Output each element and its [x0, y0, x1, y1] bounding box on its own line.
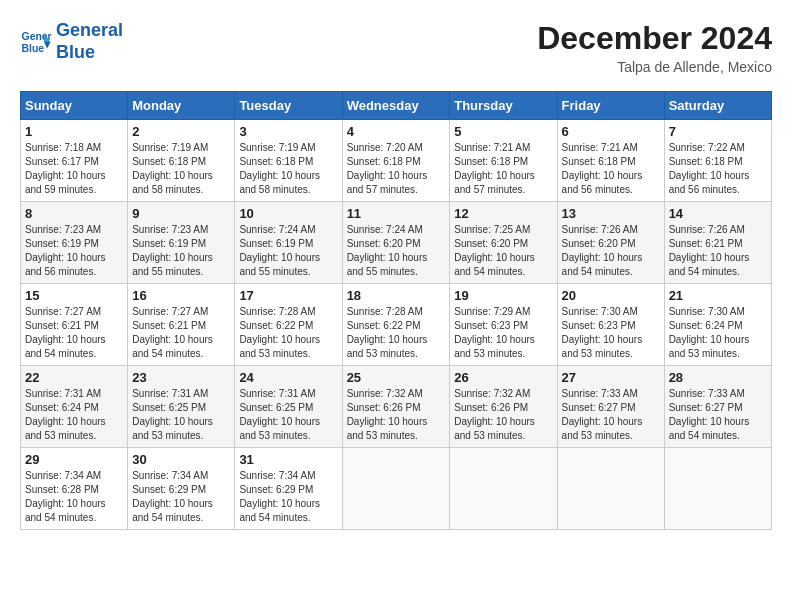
- day-number: 6: [562, 124, 660, 139]
- day-info: Sunrise: 7:30 AM Sunset: 6:23 PM Dayligh…: [562, 305, 660, 361]
- day-info: Sunrise: 7:26 AM Sunset: 6:20 PM Dayligh…: [562, 223, 660, 279]
- day-info: Sunrise: 7:19 AM Sunset: 6:18 PM Dayligh…: [239, 141, 337, 197]
- day-number: 31: [239, 452, 337, 467]
- calendar-cell: 17 Sunrise: 7:28 AM Sunset: 6:22 PM Dayl…: [235, 284, 342, 366]
- location: Talpa de Allende, Mexico: [537, 59, 772, 75]
- day-number: 20: [562, 288, 660, 303]
- day-number: 3: [239, 124, 337, 139]
- day-number: 18: [347, 288, 446, 303]
- day-info: Sunrise: 7:28 AM Sunset: 6:22 PM Dayligh…: [239, 305, 337, 361]
- page-header: General Blue General Blue December 2024 …: [20, 20, 772, 75]
- day-info: Sunrise: 7:20 AM Sunset: 6:18 PM Dayligh…: [347, 141, 446, 197]
- weekday-header: Wednesday: [342, 92, 450, 120]
- day-info: Sunrise: 7:34 AM Sunset: 6:29 PM Dayligh…: [132, 469, 230, 525]
- day-number: 8: [25, 206, 123, 221]
- weekday-header: Friday: [557, 92, 664, 120]
- calendar-cell: 23 Sunrise: 7:31 AM Sunset: 6:25 PM Dayl…: [128, 366, 235, 448]
- calendar-cell: 29 Sunrise: 7:34 AM Sunset: 6:28 PM Dayl…: [21, 448, 128, 530]
- calendar-cell: 26 Sunrise: 7:32 AM Sunset: 6:26 PM Dayl…: [450, 366, 557, 448]
- day-info: Sunrise: 7:33 AM Sunset: 6:27 PM Dayligh…: [669, 387, 767, 443]
- calendar-cell: 16 Sunrise: 7:27 AM Sunset: 6:21 PM Dayl…: [128, 284, 235, 366]
- day-number: 5: [454, 124, 552, 139]
- calendar-cell: 25 Sunrise: 7:32 AM Sunset: 6:26 PM Dayl…: [342, 366, 450, 448]
- logo-icon: General Blue: [20, 26, 52, 58]
- day-number: 10: [239, 206, 337, 221]
- calendar-cell: 11 Sunrise: 7:24 AM Sunset: 6:20 PM Dayl…: [342, 202, 450, 284]
- svg-marker-3: [44, 42, 50, 48]
- calendar-cell: 10 Sunrise: 7:24 AM Sunset: 6:19 PM Dayl…: [235, 202, 342, 284]
- calendar-week-row: 15 Sunrise: 7:27 AM Sunset: 6:21 PM Dayl…: [21, 284, 772, 366]
- calendar-cell: 15 Sunrise: 7:27 AM Sunset: 6:21 PM Dayl…: [21, 284, 128, 366]
- day-number: 16: [132, 288, 230, 303]
- day-info: Sunrise: 7:29 AM Sunset: 6:23 PM Dayligh…: [454, 305, 552, 361]
- day-info: Sunrise: 7:24 AM Sunset: 6:19 PM Dayligh…: [239, 223, 337, 279]
- day-number: 11: [347, 206, 446, 221]
- day-number: 29: [25, 452, 123, 467]
- day-info: Sunrise: 7:28 AM Sunset: 6:22 PM Dayligh…: [347, 305, 446, 361]
- day-number: 4: [347, 124, 446, 139]
- day-info: Sunrise: 7:27 AM Sunset: 6:21 PM Dayligh…: [25, 305, 123, 361]
- calendar-cell: [342, 448, 450, 530]
- calendar-cell: 12 Sunrise: 7:25 AM Sunset: 6:20 PM Dayl…: [450, 202, 557, 284]
- calendar-table: SundayMondayTuesdayWednesdayThursdayFrid…: [20, 91, 772, 530]
- weekday-header-row: SundayMondayTuesdayWednesdayThursdayFrid…: [21, 92, 772, 120]
- calendar-cell: 20 Sunrise: 7:30 AM Sunset: 6:23 PM Dayl…: [557, 284, 664, 366]
- day-info: Sunrise: 7:34 AM Sunset: 6:28 PM Dayligh…: [25, 469, 123, 525]
- calendar-cell: 8 Sunrise: 7:23 AM Sunset: 6:19 PM Dayli…: [21, 202, 128, 284]
- day-number: 13: [562, 206, 660, 221]
- calendar-cell: [557, 448, 664, 530]
- day-info: Sunrise: 7:21 AM Sunset: 6:18 PM Dayligh…: [562, 141, 660, 197]
- calendar-cell: 4 Sunrise: 7:20 AM Sunset: 6:18 PM Dayli…: [342, 120, 450, 202]
- day-number: 1: [25, 124, 123, 139]
- day-number: 27: [562, 370, 660, 385]
- day-info: Sunrise: 7:23 AM Sunset: 6:19 PM Dayligh…: [132, 223, 230, 279]
- calendar-cell: 19 Sunrise: 7:29 AM Sunset: 6:23 PM Dayl…: [450, 284, 557, 366]
- title-block: December 2024 Talpa de Allende, Mexico: [537, 20, 772, 75]
- day-info: Sunrise: 7:26 AM Sunset: 6:21 PM Dayligh…: [669, 223, 767, 279]
- day-info: Sunrise: 7:30 AM Sunset: 6:24 PM Dayligh…: [669, 305, 767, 361]
- day-info: Sunrise: 7:32 AM Sunset: 6:26 PM Dayligh…: [454, 387, 552, 443]
- logo: General Blue General Blue: [20, 20, 123, 63]
- month-title: December 2024: [537, 20, 772, 57]
- day-number: 14: [669, 206, 767, 221]
- day-info: Sunrise: 7:32 AM Sunset: 6:26 PM Dayligh…: [347, 387, 446, 443]
- day-number: 9: [132, 206, 230, 221]
- calendar-cell: 22 Sunrise: 7:31 AM Sunset: 6:24 PM Dayl…: [21, 366, 128, 448]
- weekday-header: Saturday: [664, 92, 771, 120]
- calendar-week-row: 8 Sunrise: 7:23 AM Sunset: 6:19 PM Dayli…: [21, 202, 772, 284]
- weekday-header: Thursday: [450, 92, 557, 120]
- day-info: Sunrise: 7:31 AM Sunset: 6:24 PM Dayligh…: [25, 387, 123, 443]
- calendar-week-row: 22 Sunrise: 7:31 AM Sunset: 6:24 PM Dayl…: [21, 366, 772, 448]
- calendar-cell: 18 Sunrise: 7:28 AM Sunset: 6:22 PM Dayl…: [342, 284, 450, 366]
- day-number: 19: [454, 288, 552, 303]
- day-number: 24: [239, 370, 337, 385]
- day-number: 17: [239, 288, 337, 303]
- day-info: Sunrise: 7:33 AM Sunset: 6:27 PM Dayligh…: [562, 387, 660, 443]
- calendar-cell: 2 Sunrise: 7:19 AM Sunset: 6:18 PM Dayli…: [128, 120, 235, 202]
- day-info: Sunrise: 7:31 AM Sunset: 6:25 PM Dayligh…: [239, 387, 337, 443]
- calendar-cell: 21 Sunrise: 7:30 AM Sunset: 6:24 PM Dayl…: [664, 284, 771, 366]
- day-info: Sunrise: 7:34 AM Sunset: 6:29 PM Dayligh…: [239, 469, 337, 525]
- day-info: Sunrise: 7:27 AM Sunset: 6:21 PM Dayligh…: [132, 305, 230, 361]
- calendar-cell: 27 Sunrise: 7:33 AM Sunset: 6:27 PM Dayl…: [557, 366, 664, 448]
- calendar-week-row: 29 Sunrise: 7:34 AM Sunset: 6:28 PM Dayl…: [21, 448, 772, 530]
- weekday-header: Monday: [128, 92, 235, 120]
- day-number: 28: [669, 370, 767, 385]
- calendar-cell: 3 Sunrise: 7:19 AM Sunset: 6:18 PM Dayli…: [235, 120, 342, 202]
- calendar-cell: [450, 448, 557, 530]
- day-info: Sunrise: 7:21 AM Sunset: 6:18 PM Dayligh…: [454, 141, 552, 197]
- day-info: Sunrise: 7:25 AM Sunset: 6:20 PM Dayligh…: [454, 223, 552, 279]
- calendar-cell: 30 Sunrise: 7:34 AM Sunset: 6:29 PM Dayl…: [128, 448, 235, 530]
- calendar-cell: 14 Sunrise: 7:26 AM Sunset: 6:21 PM Dayl…: [664, 202, 771, 284]
- calendar-cell: 6 Sunrise: 7:21 AM Sunset: 6:18 PM Dayli…: [557, 120, 664, 202]
- day-number: 26: [454, 370, 552, 385]
- day-number: 12: [454, 206, 552, 221]
- calendar-cell: 5 Sunrise: 7:21 AM Sunset: 6:18 PM Dayli…: [450, 120, 557, 202]
- day-number: 21: [669, 288, 767, 303]
- calendar-cell: 31 Sunrise: 7:34 AM Sunset: 6:29 PM Dayl…: [235, 448, 342, 530]
- day-info: Sunrise: 7:24 AM Sunset: 6:20 PM Dayligh…: [347, 223, 446, 279]
- calendar-cell: 1 Sunrise: 7:18 AM Sunset: 6:17 PM Dayli…: [21, 120, 128, 202]
- day-number: 22: [25, 370, 123, 385]
- day-info: Sunrise: 7:22 AM Sunset: 6:18 PM Dayligh…: [669, 141, 767, 197]
- calendar-cell: 9 Sunrise: 7:23 AM Sunset: 6:19 PM Dayli…: [128, 202, 235, 284]
